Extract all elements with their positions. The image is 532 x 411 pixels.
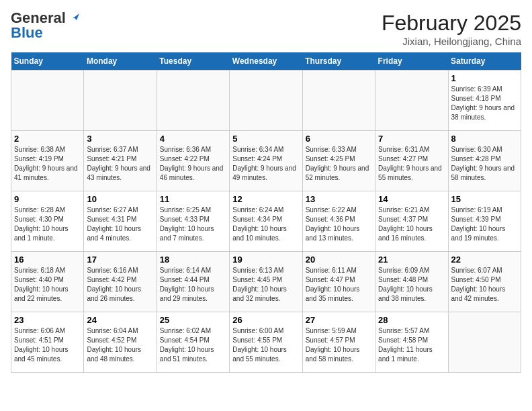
calendar-cell: 9Sunrise: 6:28 AM Sunset: 4:30 PM Daylig… bbox=[11, 191, 84, 252]
title-section: February 2025 Jixian, Heilongjiang, Chin… bbox=[382, 11, 521, 47]
day-number: 13 bbox=[306, 194, 372, 204]
day-number: 2 bbox=[14, 134, 81, 144]
day-number: 1 bbox=[451, 73, 518, 83]
calendar-cell: 10Sunrise: 6:27 AM Sunset: 4:31 PM Dayli… bbox=[84, 191, 157, 252]
calendar-cell: 12Sunrise: 6:24 AM Sunset: 4:34 PM Dayli… bbox=[230, 191, 302, 252]
calendar-cell: 28Sunrise: 5:57 AM Sunset: 4:58 PM Dayli… bbox=[375, 312, 448, 373]
calendar-cell: 11Sunrise: 6:25 AM Sunset: 4:33 PM Dayli… bbox=[157, 191, 229, 252]
day-info-text: Sunrise: 6:21 AM Sunset: 4:37 PM Dayligh… bbox=[378, 205, 445, 243]
day-info-text: Sunrise: 6:00 AM Sunset: 4:55 PM Dayligh… bbox=[232, 326, 299, 364]
day-info-text: Sunrise: 6:30 AM Sunset: 4:28 PM Dayligh… bbox=[451, 145, 518, 183]
day-info-text: Sunrise: 6:22 AM Sunset: 4:36 PM Dayligh… bbox=[306, 205, 372, 243]
calendar-cell: 15Sunrise: 6:19 AM Sunset: 4:39 PM Dayli… bbox=[448, 191, 521, 252]
location-subtitle: Jixian, Heilongjiang, China bbox=[382, 36, 521, 47]
calendar-week-row: 2Sunrise: 6:38 AM Sunset: 4:19 PM Daylig… bbox=[11, 131, 521, 191]
day-header-wednesday: Wednesday bbox=[230, 52, 302, 71]
logo-general-text: General bbox=[11, 11, 66, 26]
calendar-cell bbox=[375, 71, 448, 131]
day-info-text: Sunrise: 6:13 AM Sunset: 4:45 PM Dayligh… bbox=[232, 266, 299, 304]
calendar-cell: 1Sunrise: 6:39 AM Sunset: 4:18 PM Daylig… bbox=[448, 71, 521, 131]
calendar-week-row: 16Sunrise: 6:18 AM Sunset: 4:40 PM Dayli… bbox=[11, 252, 521, 312]
logo-bird-icon bbox=[67, 11, 79, 23]
calendar-table: SundayMondayTuesdayWednesdayThursdayFrid… bbox=[11, 52, 521, 373]
calendar-cell: 4Sunrise: 6:36 AM Sunset: 4:22 PM Daylig… bbox=[157, 131, 229, 191]
day-info-text: Sunrise: 6:06 AM Sunset: 4:51 PM Dayligh… bbox=[14, 326, 81, 364]
day-number: 7 bbox=[378, 134, 445, 144]
day-number: 8 bbox=[451, 134, 518, 144]
logo-blue-text: Blue bbox=[11, 26, 43, 40]
calendar-cell: 14Sunrise: 6:21 AM Sunset: 4:37 PM Dayli… bbox=[375, 191, 448, 252]
day-number: 23 bbox=[14, 315, 81, 325]
day-info-text: Sunrise: 5:57 AM Sunset: 4:58 PM Dayligh… bbox=[378, 326, 445, 364]
day-header-tuesday: Tuesday bbox=[157, 52, 229, 71]
calendar-cell: 6Sunrise: 6:33 AM Sunset: 4:25 PM Daylig… bbox=[302, 131, 375, 191]
day-number: 12 bbox=[232, 194, 299, 204]
day-info-text: Sunrise: 6:36 AM Sunset: 4:22 PM Dayligh… bbox=[160, 145, 226, 183]
calendar-cell: 22Sunrise: 6:07 AM Sunset: 4:50 PM Dayli… bbox=[448, 252, 521, 312]
day-number: 27 bbox=[306, 315, 372, 325]
day-number: 18 bbox=[160, 255, 226, 265]
day-number: 28 bbox=[378, 315, 445, 325]
calendar-cell: 17Sunrise: 6:16 AM Sunset: 4:42 PM Dayli… bbox=[84, 252, 157, 312]
day-info-text: Sunrise: 6:27 AM Sunset: 4:31 PM Dayligh… bbox=[87, 205, 153, 243]
calendar-week-row: 23Sunrise: 6:06 AM Sunset: 4:51 PM Dayli… bbox=[11, 312, 521, 373]
calendar-cell: 21Sunrise: 6:09 AM Sunset: 4:48 PM Dayli… bbox=[375, 252, 448, 312]
day-info-text: Sunrise: 5:59 AM Sunset: 4:57 PM Dayligh… bbox=[306, 326, 372, 364]
day-number: 4 bbox=[160, 134, 226, 144]
calendar-cell bbox=[302, 71, 375, 131]
day-number: 3 bbox=[87, 134, 153, 144]
month-year-title: February 2025 bbox=[382, 11, 521, 36]
calendar-cell bbox=[84, 71, 157, 131]
logo: General Blue bbox=[11, 11, 79, 40]
day-info-text: Sunrise: 6:09 AM Sunset: 4:48 PM Dayligh… bbox=[378, 266, 445, 304]
day-info-text: Sunrise: 6:39 AM Sunset: 4:18 PM Dayligh… bbox=[451, 85, 518, 122]
day-info-text: Sunrise: 6:25 AM Sunset: 4:33 PM Dayligh… bbox=[160, 205, 226, 243]
calendar-cell: 25Sunrise: 6:02 AM Sunset: 4:54 PM Dayli… bbox=[157, 312, 229, 373]
day-number: 16 bbox=[14, 255, 81, 265]
calendar-cell: 23Sunrise: 6:06 AM Sunset: 4:51 PM Dayli… bbox=[11, 312, 84, 373]
day-number: 22 bbox=[451, 255, 518, 265]
calendar-cell: 18Sunrise: 6:14 AM Sunset: 4:44 PM Dayli… bbox=[157, 252, 229, 312]
day-number: 26 bbox=[232, 315, 299, 325]
day-info-text: Sunrise: 6:24 AM Sunset: 4:34 PM Dayligh… bbox=[232, 205, 299, 243]
day-number: 24 bbox=[87, 315, 153, 325]
day-info-text: Sunrise: 6:18 AM Sunset: 4:40 PM Dayligh… bbox=[14, 266, 81, 304]
calendar-cell: 26Sunrise: 6:00 AM Sunset: 4:55 PM Dayli… bbox=[230, 312, 302, 373]
calendar-cell bbox=[230, 71, 302, 131]
day-info-text: Sunrise: 6:19 AM Sunset: 4:39 PM Dayligh… bbox=[451, 205, 518, 243]
day-info-text: Sunrise: 6:34 AM Sunset: 4:24 PM Dayligh… bbox=[232, 145, 299, 183]
day-info-text: Sunrise: 6:37 AM Sunset: 4:21 PM Dayligh… bbox=[87, 145, 153, 183]
calendar-cell: 24Sunrise: 6:04 AM Sunset: 4:52 PM Dayli… bbox=[84, 312, 157, 373]
day-number: 11 bbox=[160, 194, 226, 204]
day-number: 14 bbox=[378, 194, 445, 204]
svg-marker-0 bbox=[71, 13, 79, 20]
day-header-monday: Monday bbox=[84, 52, 157, 71]
day-number: 9 bbox=[14, 194, 81, 204]
calendar-cell: 5Sunrise: 6:34 AM Sunset: 4:24 PM Daylig… bbox=[230, 131, 302, 191]
calendar-cell: 13Sunrise: 6:22 AM Sunset: 4:36 PM Dayli… bbox=[302, 191, 375, 252]
day-info-text: Sunrise: 6:28 AM Sunset: 4:30 PM Dayligh… bbox=[14, 205, 81, 243]
calendar-header-row: SundayMondayTuesdayWednesdayThursdayFrid… bbox=[11, 52, 521, 71]
calendar-week-row: 9Sunrise: 6:28 AM Sunset: 4:30 PM Daylig… bbox=[11, 191, 521, 252]
calendar-cell bbox=[448, 312, 521, 373]
day-info-text: Sunrise: 6:14 AM Sunset: 4:44 PM Dayligh… bbox=[160, 266, 226, 304]
day-info-text: Sunrise: 6:04 AM Sunset: 4:52 PM Dayligh… bbox=[87, 326, 153, 364]
day-info-text: Sunrise: 6:07 AM Sunset: 4:50 PM Dayligh… bbox=[451, 266, 518, 304]
day-info-text: Sunrise: 6:02 AM Sunset: 4:54 PM Dayligh… bbox=[160, 326, 226, 364]
day-number: 25 bbox=[160, 315, 226, 325]
calendar-cell bbox=[157, 71, 229, 131]
day-number: 19 bbox=[232, 255, 299, 265]
calendar-cell: 27Sunrise: 5:59 AM Sunset: 4:57 PM Dayli… bbox=[302, 312, 375, 373]
day-number: 17 bbox=[87, 255, 153, 265]
day-header-sunday: Sunday bbox=[11, 52, 84, 71]
day-number: 5 bbox=[232, 134, 299, 144]
day-info-text: Sunrise: 6:31 AM Sunset: 4:27 PM Dayligh… bbox=[378, 145, 445, 183]
calendar-cell: 8Sunrise: 6:30 AM Sunset: 4:28 PM Daylig… bbox=[448, 131, 521, 191]
day-number: 21 bbox=[378, 255, 445, 265]
calendar-week-row: 1Sunrise: 6:39 AM Sunset: 4:18 PM Daylig… bbox=[11, 71, 521, 131]
page-header: General Blue February 2025 Jixian, Heilo… bbox=[11, 11, 521, 47]
day-number: 20 bbox=[306, 255, 372, 265]
day-info-text: Sunrise: 6:33 AM Sunset: 4:25 PM Dayligh… bbox=[306, 145, 372, 183]
calendar-cell: 20Sunrise: 6:11 AM Sunset: 4:47 PM Dayli… bbox=[302, 252, 375, 312]
day-header-friday: Friday bbox=[375, 52, 448, 71]
